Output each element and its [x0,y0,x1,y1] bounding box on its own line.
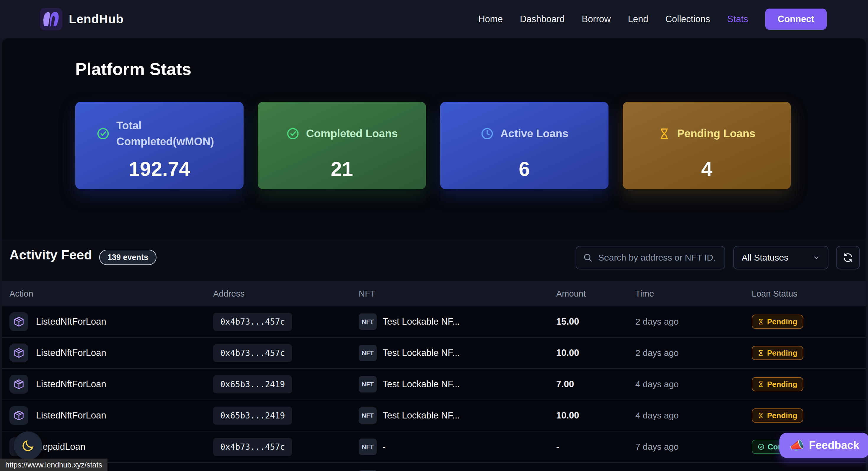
search-icon [583,253,593,263]
status-cell: Pending [752,315,866,329]
main-panel: Platform Stats Total Completed(wMON) 192… [2,38,866,471]
address-chip[interactable]: 0x65b3...2419 [213,375,292,394]
amount-cell: 10.00 [556,348,636,358]
nav-link-borrow[interactable]: Borrow [582,14,611,25]
stat-card-value: 4 [634,157,779,180]
nft-name: Test Lockable NF... [383,410,460,421]
action-label: ListedNftForLoan [36,316,106,327]
table-row[interactable]: RepaidLoan 0x4b73...457c NFT - - 7 days … [2,432,866,463]
brand[interactable]: LendHub [40,8,123,30]
table-row[interactable]: ListedNftForLoan 0x65b3...2419 NFT Test … [2,369,866,400]
nav-link-collections[interactable]: Collections [665,14,710,25]
nft-name: - [383,441,385,452]
refresh-icon [842,252,854,263]
page-title: Platform Stats [75,59,191,79]
stat-card-value: 21 [270,157,414,180]
amount-cell: 7.00 [556,379,636,389]
time-cell: 2 days ago [636,348,752,358]
column-header-action: Action [9,289,213,299]
nft-tag: NFT [359,439,377,455]
status-bar-url: https://www.lendhub.xyz/stats [0,459,107,471]
nav-link-lend[interactable]: Lend [628,14,648,25]
address-chip[interactable]: 0x4b73...457c [213,438,292,456]
address-cell: 0x4b73...457c [213,438,359,456]
address-cell: 0x4b73...457c [213,344,359,362]
nft-cell: NFT Test Lockable NF... [359,345,556,361]
stat-card-title: Active Loans [500,126,568,142]
connect-wallet-button[interactable]: Connect [765,8,827,30]
nft-name: Test Lockable NF... [383,379,460,389]
stats-page: LendHub HomeDashboardBorrowLendCollectio… [0,0,868,471]
action-cell: ListedNftForLoan [9,406,213,425]
column-header-address: Address [213,289,359,299]
table-row[interactable]: ListedNftForLoan 0x4b73...457c NFT Test … [2,338,866,369]
activity-feed-title: Activity Feed [9,247,92,263]
clock-icon [480,127,494,140]
stat-cards: Total Completed(wMON) 192.74 Completed L… [75,102,791,189]
nav-link-home[interactable]: Home [478,14,503,25]
table-row[interactable]: ListedNftForLoan 0x4b73...457c NFT Test … [2,306,866,338]
address-chip[interactable]: 0x4b73...457c [213,313,292,331]
nav-links: HomeDashboardBorrowLendCollectionsStatsC… [478,8,827,30]
refresh-button[interactable] [836,246,860,270]
action-label: RepaidLoan [36,441,85,452]
column-header-loan-status: Loan Status [752,289,866,299]
feedback-label: Feedback [809,439,860,451]
action-cell: ListedNftForLoan [9,375,213,394]
table-header-row: ActionAddressNFTAmountTimeLoan Status [2,281,866,306]
address-chip[interactable]: 0x65b3...2419 [213,407,292,425]
time-cell: 7 days ago [636,442,752,452]
loan-status-badge: Pending [752,346,803,360]
nft-name: Test Lockable NF... [383,316,460,327]
dark-mode-toggle[interactable] [14,432,42,460]
table-row[interactable]: ListedNftForLoan 0x65b3...2419 NFT Test … [2,400,866,432]
activity-feed-section: Activity Feed 139 events All Statuses [2,239,866,471]
action-cell: ListedNftForLoan [9,344,213,363]
nft-tag: NFT [359,313,377,330]
address-cell: 0x65b3...2419 [213,375,359,394]
action-label: ListedNftForLoan [36,379,106,389]
moon-icon [21,439,35,452]
nft-cell: NFT - [359,439,556,455]
table-row[interactable]: NFT [2,463,866,471]
stat-card-title: Pending Loans [677,126,755,142]
address-chip[interactable]: 0x4b73...457c [213,344,292,362]
stat-card-value: 6 [452,157,597,180]
chevron-down-icon [812,254,820,261]
package-cube-icon [9,312,28,331]
nft-cell: NFT Test Lockable NF... [359,313,556,330]
package-cube-icon [9,375,28,394]
package-cube-icon [9,406,28,425]
amount-cell: - [556,441,636,452]
status-cell: Pending [752,346,866,360]
action-label: ListedNftForLoan [36,410,106,421]
nft-cell: NFT Test Lockable NF... [359,407,556,424]
package-cube-icon [9,344,28,363]
status-cell: Pending [752,377,866,391]
feedback-button[interactable]: 📣 Feedback [779,433,868,458]
stat-card-value: 192.74 [87,157,232,180]
brand-name: LendHub [69,12,123,26]
stat-card-2: Active Loans 6 [440,102,609,189]
nav-link-stats[interactable]: Stats [727,14,748,25]
column-header-nft: NFT [359,289,556,299]
nft-tag: NFT [359,407,377,424]
search-input[interactable] [598,253,716,263]
nft-cell: NFT Test Lockable NF... [359,376,556,392]
loan-status-badge: Pending [752,377,803,391]
nav-link-dashboard[interactable]: Dashboard [520,14,565,25]
time-cell: 4 days ago [636,379,752,389]
stat-card-title: Total Completed(wMON) [116,118,223,149]
nft-cell: NFT [359,470,556,471]
top-nav: LendHub HomeDashboardBorrowLendCollectio… [0,0,868,38]
status-filter-select[interactable]: All Statuses [733,246,829,270]
search-box [576,246,725,270]
stat-card-0: Total Completed(wMON) 192.74 [75,102,244,189]
stat-card-3: Pending Loans 4 [623,102,791,189]
action-cell: ListedNftForLoan [9,312,213,331]
nft-tag: NFT [359,376,377,392]
table-body: ListedNftForLoan 0x4b73...457c NFT Test … [2,306,866,471]
status-cell: Pending [752,408,866,422]
status-icon [757,412,764,419]
column-header-time: Time [636,289,752,299]
